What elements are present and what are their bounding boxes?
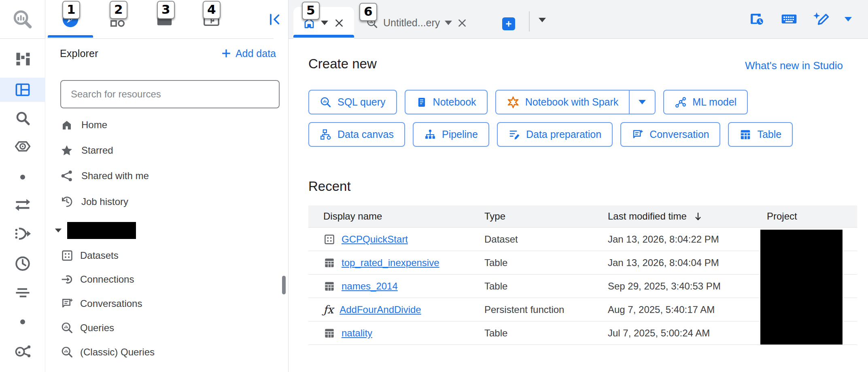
close-icon[interactable] — [334, 18, 344, 28]
data-canvas-button[interactable]: Data canvas — [308, 122, 405, 147]
gemini-menu-caret[interactable] — [845, 17, 852, 21]
query-icon — [61, 346, 74, 359]
resource-link[interactable]: natality — [342, 328, 372, 339]
rail-item-transfers[interactable] — [0, 194, 45, 215]
untitled-query-tab[interactable]: Untitled...ery — [361, 7, 473, 39]
tabstrip-divider — [529, 11, 530, 32]
col-last-modified-label: Last modified time — [608, 211, 687, 222]
mark-badge-6: 6 — [359, 3, 377, 21]
table-button[interactable]: Table — [728, 122, 793, 147]
resource-type: Persistent function — [484, 304, 608, 315]
resource-type: Dataset — [484, 234, 608, 245]
resource-modified: Sep 29, 2025, 3:40:53 PM — [608, 281, 767, 292]
notebook-icon — [416, 97, 427, 108]
close-icon[interactable] — [457, 18, 467, 28]
resource-modified: Jul 7, 2025, 5:00:24 AM — [608, 328, 767, 339]
rail-item-scheduling[interactable] — [0, 253, 45, 274]
create-new-heading: Create new — [308, 56, 377, 72]
table-icon — [323, 257, 335, 269]
rail-item-studio[interactable] — [0, 49, 45, 70]
resource-link[interactable]: GCPQuickStart — [342, 234, 408, 245]
search-input[interactable] — [71, 89, 269, 100]
explorer-header: Explorer Add data — [60, 45, 276, 61]
keyboard-shortcuts-button[interactable] — [780, 10, 798, 28]
tree-item-datasets[interactable]: Datasets — [45, 243, 272, 267]
explorer-scrollbar-thumb[interactable] — [282, 276, 286, 294]
explorer-item-starred[interactable]: Starred — [45, 138, 272, 163]
pipeline-icon — [424, 129, 436, 141]
search-icon — [14, 110, 31, 127]
explorer-item-job-history[interactable]: Job history — [45, 189, 272, 214]
rail-item-workspace-active[interactable] — [0, 78, 45, 102]
project-name-redacted — [67, 222, 136, 239]
main-area: Untitled...ery — [289, 0, 868, 372]
gemini-assist-button[interactable] — [812, 10, 831, 28]
rail-item-partner[interactable] — [0, 136, 45, 157]
tree-item-queries[interactable]: Queries — [45, 316, 272, 340]
rail-item-dot-1[interactable] — [0, 167, 45, 188]
conversation-button[interactable]: Conversation — [620, 122, 720, 147]
conversation-icon — [632, 129, 644, 141]
explorer-item-home[interactable]: Home — [45, 112, 272, 137]
notebook-button[interactable]: Notebook — [405, 90, 488, 114]
explorer-title: Explorer — [60, 48, 98, 59]
tree-item-label: Datasets — [80, 250, 119, 261]
notebook-with-spark-button[interactable]: Notebook with Spark — [496, 91, 629, 114]
notebook-with-spark-split-button: Notebook with Spark — [495, 90, 656, 114]
untitled-tab-menu-caret[interactable] — [445, 21, 452, 25]
button-label: Pipeline — [442, 129, 478, 140]
resource-link[interactable]: names_2014 — [342, 281, 398, 292]
sql-query-button[interactable]: SQL query — [308, 90, 397, 114]
ml-model-button[interactable]: ML model — [663, 90, 748, 114]
table-icon — [323, 280, 335, 292]
table-icon — [323, 327, 335, 339]
rail-item-governance[interactable] — [0, 340, 45, 361]
rail-item-migration[interactable] — [0, 223, 45, 244]
new-tab-button[interactable] — [502, 17, 515, 30]
project-tree-node[interactable] — [53, 220, 136, 241]
resource-link[interactable]: top_rated_inexpensive — [342, 257, 439, 268]
data-canvas-icon — [320, 129, 332, 141]
col-display-name[interactable]: Display name — [308, 211, 484, 222]
bigquery-studio-app: Explorer Add data Home Starred — [0, 0, 868, 372]
button-label: SQL query — [337, 96, 386, 108]
dataset-icon — [323, 233, 335, 245]
data-preparation-button[interactable]: Data preparation — [497, 122, 613, 147]
tree-item-label: Conversations — [80, 298, 142, 309]
tree-item-conversations[interactable]: Conversations — [45, 292, 272, 315]
spark-options-caret[interactable] — [629, 91, 655, 114]
history-icon — [60, 195, 73, 208]
home-tab-menu-caret[interactable] — [321, 21, 328, 25]
col-type[interactable]: Type — [484, 211, 608, 222]
tab-overflow-caret[interactable] — [539, 18, 546, 22]
sort-desc-arrow-icon — [693, 211, 703, 221]
home-icon — [60, 118, 73, 131]
hub-network-icon — [14, 342, 32, 360]
whats-new-link[interactable]: What's new in Studio — [745, 59, 843, 72]
hexagon-eye-icon — [14, 137, 32, 155]
explorer-item-shared[interactable]: Shared with me — [45, 163, 272, 188]
button-label: Data canvas — [337, 129, 394, 140]
col-last-modified[interactable]: Last modified time — [608, 211, 767, 222]
rail-item-dot-2[interactable] — [0, 311, 45, 332]
merge-arrow-icon — [14, 225, 32, 243]
rail-item-search[interactable] — [0, 108, 45, 129]
collapse-panel-button[interactable] — [266, 11, 282, 27]
mark-badge-4: 4 — [203, 1, 221, 19]
pipeline-button[interactable]: Pipeline — [413, 122, 489, 147]
transfer-arrows-icon — [14, 196, 32, 213]
conversation-icon — [61, 297, 74, 310]
resource-link[interactable]: AddFourAndDivide — [340, 304, 421, 315]
rail-item-monitoring[interactable] — [0, 282, 45, 303]
explorer-item-label: Job history — [81, 196, 128, 207]
add-data-button[interactable]: Add data — [221, 48, 276, 59]
tree-item-connections[interactable]: Connections — [45, 267, 272, 291]
expand-arrow-icon[interactable] — [53, 225, 64, 236]
tree-item-classic-queries[interactable]: (Classic) Queries — [45, 340, 272, 364]
col-project[interactable]: Project — [767, 211, 857, 222]
resource-search — [60, 80, 280, 108]
scheduled-tab-button[interactable] — [747, 10, 766, 28]
spark-star-icon — [507, 96, 520, 109]
project-column-redacted — [760, 230, 843, 345]
left-rail — [0, 0, 45, 372]
